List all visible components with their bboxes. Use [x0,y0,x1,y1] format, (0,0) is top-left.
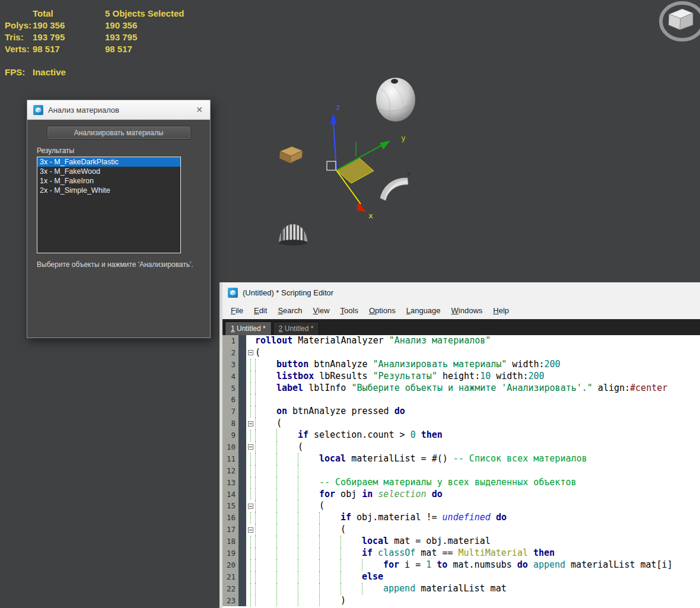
fold-margin[interactable] [246,441,255,453]
marker-margin [238,524,246,536]
code-token: i = [399,559,426,571]
fold-margin[interactable] [246,477,255,489]
close-icon[interactable]: ✕ [195,105,204,114]
fold-collapse-icon[interactable] [248,504,253,509]
menu-help[interactable]: Help [488,306,514,315]
code-line[interactable]: 7on btnAnalyze pressed do [222,406,700,418]
indent-guide [298,465,319,477]
results-listbox[interactable]: 3x - M_FakeDarkPlastic3x - M_FakeWood1x … [37,157,181,253]
code-line[interactable]: 21else [222,571,700,583]
line-number: 7 [222,406,238,418]
dialog-titlebar[interactable]: Анализ материалов ✕ [27,100,210,120]
list-item[interactable]: 1x - M_FakeIron [37,176,180,186]
fold-margin[interactable] [246,489,255,501]
code-line[interactable]: 6 [222,394,700,406]
fold-margin[interactable] [246,500,255,512]
fold-margin[interactable] [246,371,255,383]
indent-guide [255,559,276,571]
editor-tab-1[interactable]: 1 Untitled * [225,321,272,335]
fold-margin[interactable] [246,359,255,371]
fold-margin[interactable] [246,547,255,559]
fold-collapse-icon[interactable] [248,350,253,355]
editor-titlebar[interactable]: (Untitled) * Scripting Editor [222,283,700,302]
code-line[interactable]: 2( [222,347,700,359]
list-item[interactable]: 2x - M_Simple_White [37,186,180,195]
code-text: for obj in selection do [255,489,700,501]
code-line[interactable]: 10( [222,441,700,453]
code-line[interactable]: 5label lblInfo "Выберите объекты и нажми… [222,383,700,394]
fold-margin[interactable] [246,536,255,547]
code-token: lbResults [314,371,373,383]
menu-language[interactable]: Language [401,306,446,315]
code-token: materialList = #() [346,453,453,465]
menu-options[interactable]: Options [364,306,401,315]
analyze-materials-button[interactable]: Анализировать материалы [47,126,191,139]
list-item[interactable]: 3x - M_FakeDarkPlastic [37,157,180,167]
code-token: do [432,489,443,501]
menu-search[interactable]: Search [272,306,307,315]
code-line[interactable]: 13-- Собираем материалы у всех выделенны… [222,477,700,489]
code-line[interactable]: 8( [222,418,700,429]
fold-collapse-icon[interactable] [248,444,253,450]
code-line[interactable]: 15( [222,500,700,512]
menu-windows[interactable]: Windows [446,306,488,315]
code-line[interactable]: 22append materialList mat [222,583,700,595]
indent-guide [341,583,362,595]
fold-margin[interactable] [246,512,255,524]
code-line[interactable]: 4listbox lbResults "Результаты" height:1… [222,371,700,383]
fold-margin[interactable] [246,335,255,347]
code-line[interactable]: 16if obj.material != undefined do [222,512,700,524]
code-line[interactable]: 20for i = 1 to mat.numsubs do append mat… [222,559,700,571]
indent-guide [255,571,276,583]
fold-margin[interactable] [246,465,255,477]
fold-margin[interactable] [246,453,255,465]
menu-tools[interactable]: Tools [335,306,364,315]
code-text: local materialList = #() -- Список всех … [255,453,700,465]
code-line[interactable]: 3button btnAnalyze "Анализировать матери… [222,359,700,371]
fold-margin[interactable] [246,429,255,441]
fold-guide-line [250,547,251,559]
code-line[interactable]: 9if selection.count > 0 then [222,429,700,441]
menu-view[interactable]: View [308,306,335,315]
fold-margin[interactable] [246,347,255,359]
fold-margin[interactable] [246,583,255,595]
striped-dome-object[interactable] [279,223,307,246]
viewcube[interactable] [651,1,700,44]
menu-file[interactable]: File [225,306,249,315]
fold-margin[interactable] [246,595,255,607]
editor-tab-2[interactable]: 2 Untitled * [273,321,320,335]
curved-ribbon-object[interactable] [380,173,411,201]
fold-margin[interactable] [246,394,255,406]
fold-margin[interactable] [246,383,255,394]
indent-guide [341,547,362,559]
fold-margin[interactable] [246,406,255,418]
code-line[interactable]: 23) [222,595,700,607]
list-item[interactable]: 3x - M_FakeWood [37,167,180,176]
line-number: 11 [222,453,238,465]
fold-collapse-icon[interactable] [248,527,253,533]
dome-object[interactable] [376,78,415,122]
code-editor[interactable]: 1rollout MaterialAnalyzer "Анализ матери… [222,335,700,608]
code-line[interactable]: 19if classOf mat == MultiMaterial then [222,547,700,559]
code-token: ( [341,524,346,536]
code-line[interactable]: 18local mat = obj.material [222,536,700,547]
code-line[interactable]: 17( [222,524,700,536]
fold-margin[interactable] [246,559,255,571]
fold-collapse-icon[interactable] [248,421,253,426]
line-number: 3 [222,359,238,371]
fold-margin[interactable] [246,571,255,583]
fold-margin[interactable] [246,524,255,536]
fold-guide-line [250,406,251,418]
code-text: else [255,571,700,583]
code-line[interactable]: 11local materialList = #() -- Список все… [222,453,700,465]
code-line[interactable]: 1rollout MaterialAnalyzer "Анализ матери… [222,335,700,347]
menu-edit[interactable]: Edit [249,306,272,315]
fold-guide-line [250,489,251,501]
indent-guide [276,512,298,524]
wood-box-object[interactable] [279,147,303,163]
line-number: 5 [222,383,238,394]
code-line[interactable]: 14for obj in selection do [222,489,700,501]
gizmo-plane-handle[interactable] [336,158,374,183]
fold-margin[interactable] [246,418,255,429]
code-line[interactable]: 12 [222,465,700,477]
